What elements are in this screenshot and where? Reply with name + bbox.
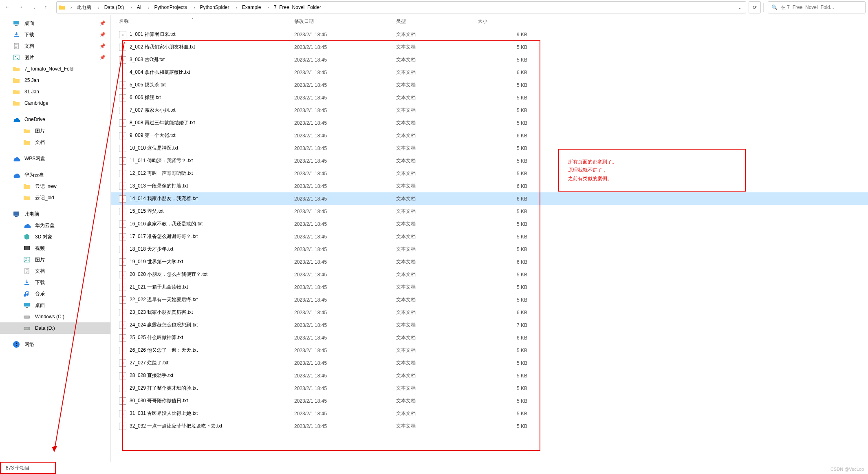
file-row[interactable]: ≡ 8_008 再过三年就能结婚了.txt 2023/2/1 18:45 文本文… [111,117,868,129]
sidebar-this-pc[interactable]: 此电脑 [0,208,110,220]
breadcrumb-segment[interactable]: 此电脑 [74,2,94,13]
sidebar-onedrive-documents[interactable]: 文档 [0,137,110,148]
file-date: 2023/2/1 18:45 [294,221,396,227]
sidebar-this-pc-item[interactable]: 文档 [0,265,110,277]
file-size: 5 KB [478,398,531,404]
file-row[interactable]: ≡ 12_012 再叫一声哥哥听听.txt 2023/2/1 18:45 文本文… [111,167,868,180]
file-row[interactable]: ≡ 13_013 一段录像的打脸.txt 2023/2/1 18:45 文本文档… [111,180,868,192]
file-list[interactable]: ≡ 1_001 神算者归来.txt 2023/2/1 18:45 文本文档 9 … [111,28,868,462]
file-row[interactable]: ≡ 20_020 小朋友，怎么占我便宜？.txt 2023/2/1 18:45 … [111,268,868,281]
sidebar-item-pictures[interactable]: 图片📌 [0,52,110,63]
sidebar-item-downloads[interactable]: 下载📌 [0,29,110,40]
sidebar-huawei-cloud[interactable]: 华为云盘 [0,169,110,181]
pic-icon [12,53,20,62]
file-name: 25_025 什么叫做神算.txt [130,334,183,341]
sidebar-item-desktop[interactable]: 桌面📌 [0,18,110,29]
navigation-pane[interactable]: 桌面📌下载📌文档📌图片📌7_Tomato_Novel_Fold25 Jan31 … [0,15,111,462]
file-date: 2023/2/1 18:45 [294,70,396,75]
file-row[interactable]: ≡ 29_029 打了整个英才班的脸.txt 2023/2/1 18:45 文本… [111,382,868,395]
file-row[interactable]: ≡ 3_003 古O洲.txt 2023/2/1 18:45 文本文档 5 KB [111,53,868,66]
refresh-button[interactable]: ⟳ [749,1,761,13]
sidebar-this-pc-item[interactable]: 桌面 [0,300,110,311]
file-row[interactable]: ≡ 2_002 给我们家小朋友补血.txt 2023/2/1 18:45 文本文… [111,41,868,53]
file-row[interactable]: ≡ 25_025 什么叫做神算.txt 2023/2/1 18:45 文本文档 … [111,331,868,344]
back-button[interactable]: ← [2,1,15,13]
sidebar-huawei-yunji-new[interactable]: 云记_new [0,181,110,192]
sidebar-this-pc-item[interactable]: 下载 [0,277,110,288]
file-row[interactable]: ≡ 21_021 一箱子儿童读物.txt 2023/2/1 18:45 文本文档… [111,281,868,293]
file-row[interactable]: ≡ 30_030 哥哥陪你做值日.txt 2023/2/1 18:45 文本文档… [111,395,868,407]
sidebar-this-pc-item[interactable]: 视频 [0,243,110,254]
column-header-size[interactable]: 大小 [478,18,531,25]
sidebar-item-label: 图片 [24,54,34,61]
forward-button[interactable]: → [15,1,28,13]
file-row[interactable]: ≡ 22_022 迟早有一天她要后悔.txt 2023/2/1 18:45 文本… [111,293,868,306]
breadcrumb-segment[interactable]: PythonSpider [197,2,231,13]
address-dropdown-button[interactable]: ⌄ [735,2,744,13]
file-row[interactable]: ≡ 10_010 这位是神医.txt 2023/2/1 18:45 文本文档 5… [111,142,868,154]
file-date: 2023/2/1 18:45 [294,171,396,176]
file-row[interactable]: ≡ 18_018 天才少年.txt 2023/2/1 18:45 文本文档 5 … [111,243,868,256]
column-header-date[interactable]: 修改日期 [294,18,396,25]
breadcrumb-separator[interactable]: › [66,2,74,13]
up-button[interactable]: ↑ [42,1,54,13]
file-row[interactable]: ≡ 31_031 古医界没人比得上她.txt 2023/2/1 18:45 文本… [111,407,868,420]
file-date: 2023/2/1 18:45 [294,373,396,379]
file-row[interactable]: ≡ 9_009 第一个大佬.txt 2023/2/1 18:45 文本文档 6 … [111,129,868,142]
sidebar-item-label: 25 Jan [24,77,39,83]
column-header-name[interactable]: 名称 ˆ [119,18,294,25]
file-name: 24_024 赢露薇怎么也没想到.txt [130,322,198,328]
file-row[interactable]: ≡ 5_005 摸头杀.txt 2023/2/1 18:45 文本文档 5 KB [111,79,868,91]
sidebar-item-documents[interactable]: 文档📌 [0,40,110,52]
sidebar-onedrive-pictures[interactable]: 图片 [0,125,110,137]
recent-locations-button[interactable]: ⌄ [29,1,41,13]
file-date: 2023/2/1 18:45 [294,284,396,290]
breadcrumb-separator[interactable]: › [189,2,197,13]
sidebar-this-pc-item[interactable]: Data (D:) [0,322,110,334]
sidebar-this-pc-item[interactable]: 3D 对象 [0,231,110,243]
file-row[interactable]: ≡ 26_026 他又念了一遍：天天.txt 2023/2/1 18:45 文本… [111,344,868,357]
file-row[interactable]: ≡ 24_024 赢露薇怎么也没想到.txt 2023/2/1 18:45 文本… [111,319,868,331]
breadcrumb-separator[interactable]: › [232,2,240,13]
file-row[interactable]: ≡ 23_023 我家小朋友真厉害.txt 2023/2/1 18:45 文本文… [111,306,868,319]
file-row[interactable]: ≡ 11_011 傅昀深：我肾亏？.txt 2023/2/1 18:45 文本文… [111,154,868,167]
file-row[interactable]: ≡ 28_028 直接动手.txt 2023/2/1 18:45 文本文档 5 … [111,369,868,382]
address-bar[interactable]: ›此电脑›Data (D:)›AI›PythonProjects›PythonS… [56,1,746,13]
breadcrumb-segment[interactable]: 7_Free_Novel_Folder [271,2,324,13]
sidebar-this-pc-item[interactable]: 华为云盘 [0,220,110,231]
sidebar-item-folder-25jan[interactable]: 25 Jan [0,75,110,86]
file-row[interactable]: ≡ 32_032 一点一点让应菲菲把垃圾吃下去.txt 2023/2/1 18:… [111,420,868,432]
file-type: 文本文档 [396,271,478,278]
breadcrumb-separator[interactable]: › [264,2,271,13]
breadcrumb-separator[interactable]: › [94,2,101,13]
breadcrumb-separator[interactable]: › [144,2,152,13]
file-row[interactable]: ≡ 19_019 世界第一大学.txt 2023/2/1 18:45 文本文档 … [111,256,868,268]
file-row[interactable]: ≡ 16_016 赢家不敢，我还是敢的.txt 2023/2/1 18:45 文… [111,218,868,230]
file-row[interactable]: ≡ 6_006 撑腰.txt 2023/2/1 18:45 文本文档 5 KB [111,91,868,104]
sidebar-item-folder-31jan[interactable]: 31 Jan [0,86,110,97]
sidebar-huawei-yunji-old[interactable]: 云记_old [0,192,110,203]
file-row[interactable]: ≡ 15_015 养父.txt 2023/2/1 18:45 文本文档 5 KB [111,205,868,218]
sidebar-network[interactable]: 网络 [0,339,110,350]
breadcrumb-segment[interactable]: Example [240,2,264,13]
sidebar-this-pc-item[interactable]: 音乐 [0,288,110,300]
file-row[interactable]: ≡ 14_014 我家小朋友，我宠着.txt 2023/2/1 18:45 文本… [111,192,868,205]
search-input[interactable] [781,4,862,10]
breadcrumb-segment[interactable]: Data (D:) [102,2,127,13]
file-row[interactable]: ≡ 4_004 拿什么和赢露薇比.txt 2023/2/1 18:45 文本文档… [111,66,868,79]
file-row[interactable]: ≡ 1_001 神算者归来.txt 2023/2/1 18:45 文本文档 9 … [111,28,868,41]
breadcrumb-segment[interactable]: AI [134,2,144,13]
sidebar-this-pc-item[interactable]: 图片 [0,254,110,265]
search-box[interactable]: 🔍 [768,1,866,13]
sidebar-this-pc-item[interactable]: Windows (C:) [0,311,110,322]
sidebar-wps[interactable]: WPS网盘 [0,153,110,164]
file-row[interactable]: ≡ 17_017 准备怎么谢谢哥哥？.txt 2023/2/1 18:45 文本… [111,230,868,243]
breadcrumb-segment[interactable]: PythonProjects [152,2,189,13]
sidebar-item-folder-cambridge[interactable]: Cambridge [0,97,110,109]
file-row[interactable]: ≡ 27_027 烂脸了.txt 2023/2/1 18:45 文本文档 5 K… [111,357,868,369]
sidebar-item-folder-tomato[interactable]: 7_Tomato_Novel_Fold [0,63,110,75]
column-header-type[interactable]: 类型 [396,18,478,25]
breadcrumb-separator[interactable]: › [126,2,134,13]
sidebar-onedrive[interactable]: OneDrive [0,114,110,125]
file-row[interactable]: ≡ 7_007 赢家大小姐.txt 2023/2/1 18:45 文本文档 5 … [111,104,868,117]
